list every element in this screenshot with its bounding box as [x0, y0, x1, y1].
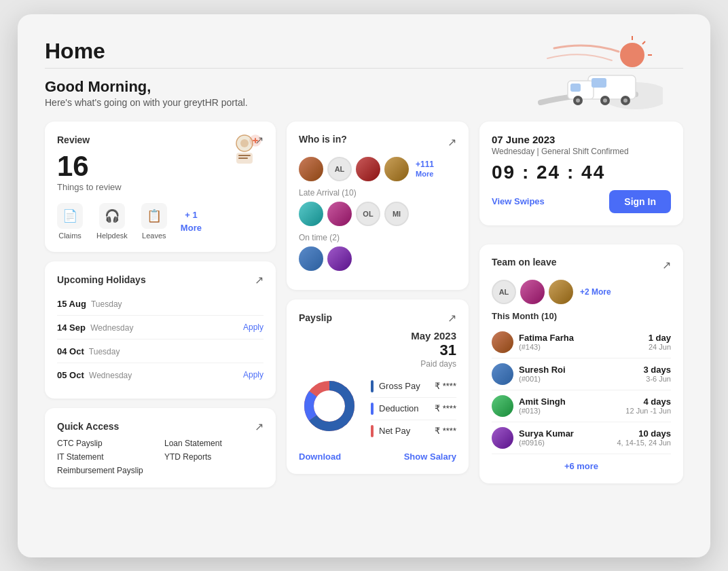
holiday-item: 05 Oct Wednesday Apply: [57, 363, 263, 386]
quick-link-reimbursement[interactable]: Reimbursement Payslip: [57, 466, 156, 475]
avatar-late1: [299, 202, 323, 226]
avatar-ontime2: [327, 246, 352, 271]
surya-avatar: [492, 427, 513, 449]
avatar-ontime1: [299, 246, 323, 271]
team-avatar-al: AL: [492, 280, 516, 304]
team-leave-title: Team on leave: [492, 257, 556, 268]
on-time-avatars: [299, 246, 456, 271]
holiday-item: 14 Sep Wednesday Apply: [57, 316, 263, 339]
quick-link-ytd[interactable]: YTD Reports: [164, 452, 263, 462]
net-pay-row: Net Pay ₹ ****: [371, 420, 456, 442]
holidays-card: Upcoming Holidays ↗ 15 Aug Tuesday 14 Se…: [45, 261, 276, 399]
avatar-ol: OL: [356, 202, 380, 226]
quick-access-card: Quick Access ↗ CTC Payslip Loan Statemen…: [45, 408, 276, 487]
amit-days: 4 days: [625, 397, 671, 407]
holiday-item: 15 Aug Tuesday: [57, 292, 263, 316]
team-leave-more-link[interactable]: +6 more: [492, 461, 671, 471]
attendance-card: 07 June 2023 Wednesday | General Shift C…: [479, 122, 683, 225]
review-more-button[interactable]: + 1 More: [181, 210, 202, 233]
holidays-arrow-icon[interactable]: ↗: [255, 274, 263, 287]
leave-person-amit: Amit Singh (#013) 4 days 12 Jun -1 Jun: [492, 390, 671, 422]
review-illustration: [230, 131, 265, 169]
who-is-in-more[interactable]: +111 More: [416, 160, 434, 179]
avatar-person4: [384, 157, 409, 181]
svg-point-16: [240, 139, 249, 147]
who-is-in-arrow-icon[interactable]: ↗: [448, 136, 456, 149]
deduction-label: Deduction: [379, 403, 419, 413]
quick-link-it[interactable]: IT Statement: [57, 452, 156, 462]
attendance-time: 09 : 24 : 44: [492, 162, 671, 183]
team-avatar-3: [549, 280, 573, 304]
svg-point-10: [623, 98, 627, 103]
suresh-avatar: [492, 363, 513, 385]
hero-illustration: [500, 35, 690, 123]
fatima-id: (#143): [519, 343, 643, 351]
payslip-donut: [299, 375, 360, 439]
svg-line-13: [642, 41, 645, 44]
leaves-icon: 📋: [141, 203, 167, 229]
leave-person-suresh: Suresh Roi (#001) 3 days 3-6 Jun: [492, 358, 671, 390]
view-swipes-button[interactable]: View Swipes: [492, 196, 545, 206]
who-is-in-avatars: AL +111 More: [299, 157, 456, 181]
team-leave-more-avatars[interactable]: +2 More: [580, 287, 611, 297]
show-salary-button[interactable]: Show Salary: [404, 452, 456, 462]
helpdesk-label: Helpdesk: [96, 232, 128, 240]
middle-column: Who is in? ↗ AL +111 More Late Arrival (…: [287, 122, 469, 487]
team-leave-card: Team on leave ↗ AL +2 More This Month (1…: [479, 244, 683, 483]
net-pay-amount: ₹ ****: [435, 426, 456, 436]
fatima-name: Fatima Farha: [519, 333, 643, 343]
team-avatar-2: [520, 280, 545, 304]
amit-id: (#013): [519, 407, 620, 415]
claims-shortcut[interactable]: 📄 Claims: [57, 203, 83, 240]
svg-rect-19: [238, 158, 248, 159]
amit-dates: 12 Jun -1 Jun: [625, 407, 671, 415]
payslip-arrow-icon[interactable]: ↗: [448, 312, 456, 325]
net-pay-indicator: [371, 425, 374, 437]
quick-access-arrow-icon[interactable]: ↗: [255, 420, 263, 433]
svg-rect-18: [238, 155, 251, 156]
payslip-days-label: Paid days: [299, 359, 456, 369]
download-button[interactable]: Download: [299, 452, 341, 462]
svg-point-8: [603, 98, 607, 103]
quick-link-ctc[interactable]: CTC Payslip: [57, 439, 156, 448]
attendance-shift: Wednesday | General Shift Confirmed: [492, 147, 671, 156]
leaves-shortcut[interactable]: 📋 Leaves: [141, 203, 167, 240]
holidays-title: Upcoming Holidays: [57, 274, 146, 285]
quick-access-title: Quick Access: [57, 421, 119, 432]
apply-link[interactable]: Apply: [243, 323, 263, 332]
avatar-al: AL: [327, 157, 352, 181]
on-time-label: On time (2): [299, 233, 456, 242]
review-title: Review: [57, 134, 90, 145]
quick-link-loan[interactable]: Loan Statement: [164, 439, 263, 448]
amit-name: Amit Singh: [519, 397, 620, 407]
surya-id: (#0916): [519, 439, 611, 447]
claims-icon: 📄: [57, 203, 83, 229]
net-pay-label: Net Pay: [379, 426, 410, 436]
fatima-dates: 24 Jun: [649, 343, 671, 351]
fatima-avatar: [492, 331, 513, 353]
fatima-days: 1 day: [649, 333, 671, 343]
suresh-id: (#001): [519, 375, 638, 383]
attendance-date: 07 June 2023: [492, 134, 671, 145]
holiday-item: 04 Oct Tuesday: [57, 339, 263, 363]
right-column: 07 June 2023 Wednesday | General Shift C…: [479, 122, 683, 487]
gross-pay-amount: ₹ ****: [435, 381, 456, 391]
team-leave-arrow-icon[interactable]: ↗: [662, 259, 671, 272]
who-is-in-card: Who is in? ↗ AL +111 More Late Arrival (…: [287, 122, 469, 290]
svg-rect-3: [570, 84, 581, 92]
sign-in-button[interactable]: Sign In: [609, 190, 671, 213]
gross-pay-label: Gross Pay: [379, 381, 420, 391]
leave-person-fatima: Fatima Farha (#143) 1 day 24 Jun: [492, 327, 671, 358]
amit-avatar: [492, 395, 513, 417]
who-is-in-title: Who is in?: [299, 134, 347, 145]
apply-link-2[interactable]: Apply: [243, 370, 263, 380]
suresh-name: Suresh Roi: [519, 365, 638, 375]
payslip-month: May 2023: [299, 330, 456, 342]
avatar-mi: MI: [384, 202, 409, 226]
review-sub: Things to review: [57, 182, 263, 192]
deduction-indicator: [371, 403, 374, 415]
leave-person-surya: Surya Kumar (#0916) 10 days 4, 14-15, 24…: [492, 422, 671, 454]
avatar-person3: [356, 157, 380, 181]
svg-point-11: [620, 43, 644, 67]
helpdesk-shortcut[interactable]: 🎧 Helpdesk: [96, 203, 128, 240]
